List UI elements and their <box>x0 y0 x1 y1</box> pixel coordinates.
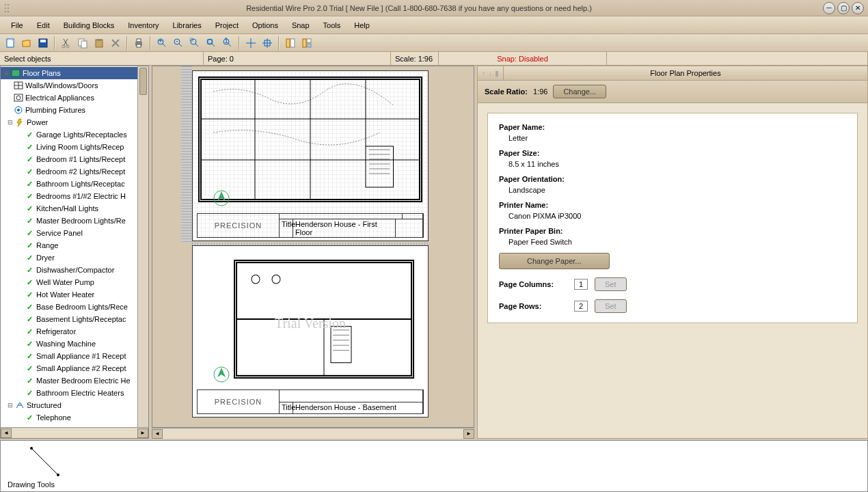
tree-item[interactable]: ✓Garage Lights/Receptacles <box>1 128 148 141</box>
layout2-icon[interactable] <box>299 36 314 51</box>
menu-file[interactable]: File <box>4 18 30 32</box>
check-icon: ✓ <box>24 265 35 275</box>
floorplan-sheet-1[interactable]: PRECISION TitleHenderson House - First F… <box>192 70 429 241</box>
tree-panel: ▣Floor Plans Walls/Windows/Doors Electri… <box>0 66 149 439</box>
tree-item[interactable]: ✓Service Panel <box>1 227 148 239</box>
tree-item[interactable]: ✓Range <box>1 239 148 251</box>
tree-item[interactable]: ✓Kitchen/Hall Lights <box>1 202 148 215</box>
paste-icon[interactable] <box>92 36 107 51</box>
tree-item-label: Master Bedroom Electric He <box>36 377 131 385</box>
titleblock: PRECISION TitleHenderson House - Basemen… <box>197 390 424 414</box>
copy-icon[interactable] <box>75 36 90 51</box>
tree-item[interactable]: ✓Washing Machine <box>1 338 148 350</box>
paper-name-label: Paper Name: <box>499 123 846 131</box>
tree[interactable]: ▣Floor Plans Walls/Windows/Doors Electri… <box>1 66 148 427</box>
tree-h-scrollbar[interactable]: ◄► <box>1 427 148 438</box>
menu-project[interactable]: Project <box>208 18 245 32</box>
minimize-button[interactable]: ─ <box>823 2 835 14</box>
change-paper-button[interactable]: Change Paper... <box>499 253 610 269</box>
menu-help[interactable]: Help <box>347 18 377 32</box>
svg-rect-41 <box>307 39 311 42</box>
menu-tools[interactable]: Tools <box>316 18 348 32</box>
tree-item[interactable]: Electrical Appliances <box>1 92 148 104</box>
titleblock: PRECISION TitleHenderson House - First F… <box>197 213 424 238</box>
zoom-fit-icon[interactable] <box>204 36 219 51</box>
canvas-panel: PRECISION TitleHenderson House - First F… <box>152 66 474 439</box>
floorplan-icon <box>10 68 21 78</box>
menu-libraries[interactable]: Libraries <box>166 18 208 32</box>
canvas-h-scrollbar[interactable]: ◄► <box>152 428 474 439</box>
tree-item[interactable]: ✓Master Bedroom Electric He <box>1 374 148 387</box>
titlebar: Residential Wire Pro 2.0 Trial [ New Fil… <box>0 0 868 16</box>
change-scale-button[interactable]: Change... <box>553 85 606 98</box>
tree-item[interactable]: ✓Basement Lights/Receptac <box>1 313 148 325</box>
check-icon: ✓ <box>24 290 35 299</box>
new-file-icon[interactable] <box>3 36 18 51</box>
maximize-button[interactable]: ▢ <box>837 2 850 14</box>
page-rows-input[interactable] <box>574 301 588 312</box>
tree-item[interactable]: ✓Bathroom Lights/Receptac <box>1 178 148 190</box>
tree-item[interactable]: ✓Small Appliance #2 Recept <box>1 362 148 374</box>
tree-item-label: Kitchen/Hall Lights <box>36 204 98 213</box>
down-arrow-icon[interactable]: ↓ <box>489 69 493 77</box>
object-snap-icon[interactable] <box>260 36 275 51</box>
tree-item-label: Dishwasher/Compactor <box>36 266 114 274</box>
print-icon[interactable] <box>131 36 146 51</box>
tree-item[interactable]: ✓Hot Water Heater <box>1 288 148 301</box>
tree-item[interactable]: ✓Dryer <box>1 251 148 264</box>
set-rows-button[interactable]: Set <box>595 299 627 313</box>
open-file-icon[interactable] <box>19 36 34 51</box>
menu-inventory[interactable]: Inventory <box>121 18 165 32</box>
menu-edit[interactable]: Edit <box>30 18 57 32</box>
tree-item[interactable]: Plumbing Fixtures <box>1 104 148 116</box>
close-button[interactable]: ✕ <box>852 2 864 14</box>
delete-icon[interactable] <box>108 36 123 51</box>
tree-item[interactable]: ✓Bedroom #1 Lights/Recept <box>1 153 148 165</box>
svg-point-0 <box>5 4 6 5</box>
tree-item[interactable]: ✓Living Room Lights/Recep <box>1 141 148 153</box>
tree-item[interactable]: ✓Base Bedroom Lights/Rece <box>1 301 148 313</box>
menu-building-blocks[interactable]: Building Blocks <box>57 18 122 32</box>
zoom-window-icon[interactable] <box>187 36 202 51</box>
tree-item[interactable]: Walls/Windows/Doors <box>1 79 148 92</box>
zoom-out-icon[interactable]: - <box>171 36 186 51</box>
svg-point-70 <box>272 275 280 284</box>
tree-structured[interactable]: ⊟Structured <box>1 399 148 411</box>
menu-snap[interactable]: Snap <box>285 18 316 32</box>
tree-root-floor-plans[interactable]: ▣Floor Plans <box>1 67 148 79</box>
line-tool-icon[interactable] <box>28 445 62 479</box>
save-file-icon[interactable] <box>36 36 51 51</box>
tree-item[interactable]: ✓Small Appliance #1 Recept <box>1 350 148 362</box>
tree-power[interactable]: ⊟Power <box>1 116 148 128</box>
layout1-icon[interactable] <box>283 36 298 51</box>
tree-item-label: Dryer <box>36 254 55 262</box>
collapse-icon[interactable]: ▮ <box>495 69 499 78</box>
tree-item[interactable]: ✓Well Water Pump <box>1 276 148 288</box>
check-icon: ✓ <box>24 351 35 361</box>
scale-ratio-value: 1:96 <box>533 87 547 96</box>
tree-item[interactable]: ✓Master Bedroom Lights/Re <box>1 215 148 227</box>
tree-item[interactable]: ✓Bathroom Electric Heaters <box>1 387 148 399</box>
page-columns-input[interactable] <box>574 279 588 290</box>
check-icon: ✓ <box>24 179 35 189</box>
walls-icon <box>13 81 24 90</box>
check-icon: ✓ <box>24 191 35 201</box>
tree-item[interactable]: ✓Bedroom #2 Lights/Recept <box>1 165 148 178</box>
canvas[interactable]: PRECISION TitleHenderson House - First F… <box>152 66 474 428</box>
floorplan-sheet-2[interactable]: Trial Version PRECISION TitleHenderson H… <box>192 245 429 418</box>
set-columns-button[interactable]: Set <box>595 277 627 291</box>
tree-item[interactable]: ✓Dishwasher/Compactor <box>1 264 148 276</box>
zoom-actual-icon[interactable]: 1 <box>220 36 235 51</box>
cut-icon[interactable] <box>59 36 74 51</box>
up-arrow-icon[interactable]: ↑ <box>482 69 486 77</box>
paper-size-label: Paper Size: <box>499 149 846 157</box>
tree-item[interactable]: ✓Telephone <box>1 411 148 424</box>
zoom-in-icon[interactable]: + <box>154 36 169 51</box>
paper-name-value: Letter <box>508 134 846 142</box>
tree-item[interactable]: ✓Bedrooms #1/#2 Electric H <box>1 190 148 202</box>
tree-scrollbar[interactable] <box>137 66 148 427</box>
tree-item[interactable]: ✓Refrigerator <box>1 325 148 338</box>
menu-options[interactable]: Options <box>245 18 285 32</box>
grid-snap-icon[interactable] <box>243 36 258 51</box>
status-mode: Select objects <box>0 52 204 65</box>
